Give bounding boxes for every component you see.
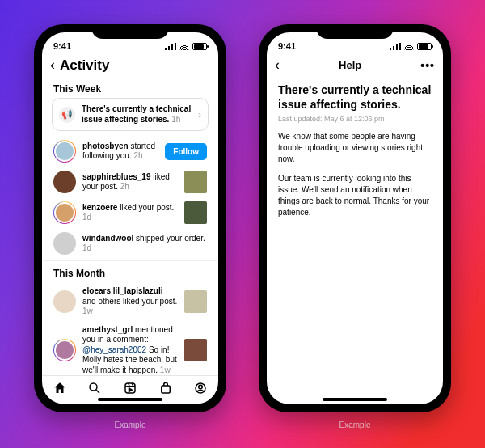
- nav-reels-icon[interactable]: [123, 381, 137, 399]
- wifi-icon: [404, 43, 414, 50]
- post-thumbnail[interactable]: [184, 171, 207, 193]
- screen-help: 9:41 ‹ Help ••• There's currently a tech…: [267, 32, 443, 404]
- page-title: Help: [285, 59, 415, 71]
- signal-icon: [390, 43, 401, 50]
- help-last-updated: Last updated: May 6 at 12:06 pm: [278, 115, 432, 123]
- help-headline: There's currently a technical issue affe…: [278, 83, 432, 112]
- help-paragraph: Our team is currently looking into this …: [278, 173, 432, 218]
- back-button[interactable]: ‹: [275, 57, 280, 74]
- chevron-right-icon: ›: [198, 109, 201, 120]
- post-thumbnail[interactable]: [184, 339, 207, 361]
- phone-help: 9:41 ‹ Help ••• There's currently a tech…: [259, 24, 451, 412]
- nav-search-icon[interactable]: [87, 381, 102, 399]
- header-help: ‹ Help •••: [267, 55, 443, 78]
- nav-profile-icon[interactable]: [193, 381, 208, 399]
- wifi-icon: [179, 43, 189, 50]
- screen-activity: 9:41 ‹ Activity This Week 📢 There's curr…: [42, 32, 218, 404]
- alert-banner[interactable]: 📢 There's currently a technical issue af…: [52, 98, 209, 131]
- header-activity: ‹ Activity: [42, 55, 218, 78]
- avatar[interactable]: [53, 201, 76, 224]
- post-thumbnail[interactable]: [184, 201, 207, 224]
- status-time: 9:41: [278, 41, 296, 51]
- caption-right: Example: [340, 421, 371, 429]
- svg-line-1: [97, 390, 100, 393]
- alert-text: There's currently a technical issue affe…: [82, 104, 192, 125]
- battery-icon: [417, 43, 432, 50]
- page-title: Activity: [60, 57, 109, 74]
- section-header-this-week: This Week: [44, 78, 217, 98]
- svg-rect-3: [161, 386, 170, 393]
- megaphone-icon: 📢: [59, 107, 75, 123]
- activity-text: eloears,lil_lapislazuli and others liked…: [82, 286, 178, 317]
- phone-activity: 9:41 ‹ Activity This Week 📢 There's curr…: [34, 24, 226, 412]
- avatar[interactable]: [53, 140, 76, 163]
- battery-icon: [192, 43, 207, 50]
- nav-home-icon[interactable]: [53, 381, 67, 399]
- home-indicator[interactable]: [98, 398, 162, 401]
- follow-button[interactable]: Follow: [165, 143, 207, 160]
- home-indicator[interactable]: [323, 398, 387, 401]
- help-content[interactable]: There's currently a technical issue affe…: [267, 78, 443, 404]
- activity-text: windandwool shipped your order. 1d: [82, 234, 207, 254]
- back-button[interactable]: ‹: [50, 57, 55, 74]
- caption-left: Example: [115, 421, 146, 429]
- activity-text: kenzoere liked your post. 1d: [82, 203, 178, 223]
- nav-shop-icon[interactable]: [158, 381, 173, 399]
- avatar[interactable]: [53, 339, 76, 361]
- activity-text: amethyst_grl mentioned you in a comment:…: [82, 325, 178, 376]
- activity-row[interactable]: sapphireblues_19 liked your post. 2h: [44, 167, 217, 197]
- activity-row[interactable]: eloears,lil_lapislazuli and others liked…: [44, 282, 217, 321]
- help-paragraph: We know that some people are having trou…: [278, 131, 432, 165]
- notch: [316, 24, 394, 39]
- activity-text: sapphireblues_19 liked your post. 2h: [82, 172, 178, 192]
- activity-row[interactable]: kenzoere liked your post. 1d: [44, 197, 217, 228]
- activity-feed[interactable]: This Week 📢 There's currently a technica…: [42, 78, 218, 375]
- section-header-this-month: This Month: [44, 263, 217, 282]
- svg-point-0: [90, 383, 97, 391]
- activity-row[interactable]: amethyst_grl mentioned you in a comment:…: [44, 321, 217, 376]
- avatar[interactable]: [53, 290, 76, 313]
- activity-row[interactable]: windandwool shipped your order. 1d: [44, 228, 217, 259]
- post-thumbnail[interactable]: [184, 290, 207, 313]
- divider: [44, 260, 217, 261]
- avatar[interactable]: [53, 171, 76, 193]
- status-time: 9:41: [53, 41, 71, 51]
- avatar[interactable]: [53, 232, 76, 255]
- notch: [91, 24, 169, 39]
- mention-link[interactable]: @hey_sarah2002: [82, 345, 146, 354]
- alert-time: 1h: [171, 115, 180, 124]
- more-options-button[interactable]: •••: [420, 59, 435, 72]
- signal-icon: [165, 43, 176, 50]
- svg-point-5: [199, 385, 203, 389]
- activity-row[interactable]: photosbyen started following you. 2h Fol…: [44, 136, 217, 167]
- activity-text: photosbyen started following you. 2h: [82, 142, 158, 162]
